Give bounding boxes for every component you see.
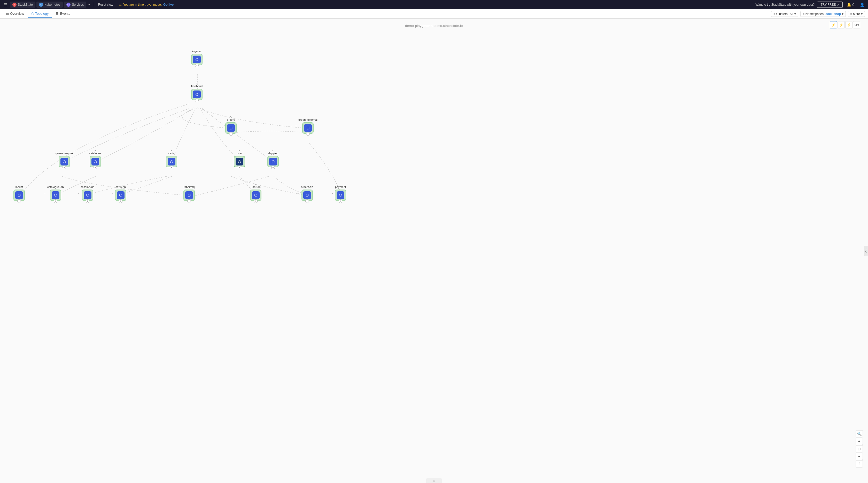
try-free-button[interactable]: TRY FREE ↗ [817, 2, 843, 8]
bell-button[interactable]: 🔔 0 [845, 2, 856, 8]
node-orders-db-chevron: › [299, 192, 299, 194]
node-session-db-expand[interactable]: + [86, 199, 89, 203]
clusters-filter[interactable]: ≡ Clusters: All ▾ [771, 11, 798, 17]
node-carts[interactable]: carts ↙ ⬡ + [166, 152, 177, 167]
tab-events[interactable]: ☰ Events [53, 10, 73, 18]
services-nav-item[interactable]: Sv Services [64, 2, 86, 8]
node-catalogue-db-expand[interactable]: + [54, 199, 57, 203]
user-avatar-button[interactable]: 👤 [859, 2, 866, 8]
node-payment-expand[interactable]: + [339, 199, 342, 203]
node-carts-icon: ⬡ [170, 160, 173, 164]
more-filter[interactable]: ≡ More ▾ [848, 11, 865, 17]
node-frontend-expand[interactable]: + [195, 98, 199, 102]
namespaces-filter[interactable]: ≡ Namespaces: sock-shop ▾ [800, 11, 846, 17]
zoom-fit-button[interactable]: ⊡ [856, 445, 863, 453]
topology-canvas-area: demo-playground.demo.stackstate.io ⚡ ⚡ ⚡… [0, 19, 868, 483]
stackstate-nav-item[interactable]: S StackState [10, 2, 35, 8]
node-orders-external-expand[interactable]: + [306, 132, 310, 136]
zoom-out-button[interactable]: − [856, 453, 863, 460]
node-orders-db-expand[interactable]: + [305, 199, 309, 203]
node-user-expand[interactable]: + [238, 166, 241, 169]
bottom-panel-handle[interactable]: ▲ [426, 478, 442, 483]
namespace-filter-icon: ≡ [803, 12, 804, 16]
go-live-link[interactable]: Go live [163, 3, 174, 6]
filter-active-button[interactable]: ⚡ [830, 21, 837, 28]
domain-label: demo-playground.demo.stackstate.io [405, 24, 463, 28]
topology-connections-svg [0, 19, 868, 483]
kubernetes-nav-item[interactable]: K Kubernetes [36, 2, 63, 8]
node-orders-db-label: orders-db [301, 186, 313, 189]
node-catalogue-icon: ⬡ [94, 160, 97, 164]
flash-button-1[interactable]: ⚡ [838, 21, 845, 28]
node-user-db-expand[interactable]: + [254, 199, 257, 203]
tab-overview[interactable]: ⊞ Overview [3, 10, 27, 18]
node-ingress[interactable]: ingress ⬡ + [191, 50, 203, 65]
filter-icon: ≡ [773, 12, 775, 16]
node-session-db-icon: ⬡ [86, 193, 89, 197]
flash-button-2[interactable]: ⚡ [845, 21, 852, 28]
search-zoom-button[interactable]: 🔍 [856, 430, 863, 437]
node-catalogue-db-label: catalogue-db [47, 186, 64, 189]
menu-button[interactable]: ☰ [2, 1, 9, 8]
node-shipping-label: shipping [268, 152, 278, 155]
node-carts-db-label: carts-db [116, 186, 126, 189]
node-locust[interactable]: locust ⬡ + [13, 186, 25, 201]
node-ingress-label: ingress [192, 50, 201, 53]
reset-view-button[interactable]: Reset view [95, 2, 116, 7]
node-orders-external[interactable]: orders-external › ⬡ + [299, 118, 317, 134]
node-rabbitmq-icon: ⬡ [188, 193, 191, 197]
apps-dropdown-button[interactable]: ▾ [87, 2, 91, 7]
more-filter-icon: ≡ [850, 12, 852, 16]
help-button[interactable]: ? [856, 460, 863, 467]
stackstate-label: StackState [18, 3, 33, 6]
tab-events-label: Events [60, 11, 70, 16]
try-data-prompt: Want to try StackState with your own dat… [755, 3, 814, 6]
filters-area: ≡ Clusters: All ▾ ≡ Namespaces: sock-sho… [771, 11, 865, 17]
node-queue-master-expand[interactable]: + [63, 166, 66, 169]
clusters-value: All [789, 12, 793, 16]
node-user[interactable]: user ↙ ⬡ + [234, 152, 245, 167]
node-shipping-expand[interactable]: + [271, 166, 275, 169]
node-carts-db[interactable]: carts-db › ⬡ + [115, 186, 126, 201]
node-orders[interactable]: orders ↘ ⬡ + [225, 118, 237, 134]
node-queue-master-label: queue-master [56, 152, 73, 155]
node-session-db[interactable]: session-db › ⬡ + [81, 186, 94, 201]
node-rabbitmq-expand[interactable]: + [187, 199, 191, 203]
node-locust-expand[interactable]: + [17, 199, 21, 203]
zoom-in-button[interactable]: + [856, 438, 863, 445]
node-user-db[interactable]: user-db ↙ ⬡ + [250, 186, 261, 201]
node-shipping[interactable]: shipping ↙ ⬡ + [268, 152, 279, 167]
warning-icon: ⚠ [119, 3, 122, 6]
node-catalogue-db[interactable]: catalogue-db › ⬡ + [47, 186, 64, 201]
node-orders-icon: ⬡ [229, 126, 232, 130]
node-orders-expand[interactable]: + [229, 132, 233, 136]
node-user-icon: ⬡ [238, 160, 241, 164]
collapse-sidebar-button[interactable]: ❮ [864, 246, 868, 256]
node-catalogue[interactable]: catalogue ▾ ⬡ + [89, 152, 101, 167]
node-shipping-icon: ⬡ [272, 160, 275, 164]
node-carts-label: carts [168, 152, 175, 155]
topbar-right: Want to try StackState with your own dat… [755, 2, 866, 8]
settings-dropdown-button[interactable]: ⚙▾ [853, 21, 860, 28]
node-catalogue-db-icon: ⬡ [54, 193, 57, 197]
node-rabbitmq[interactable]: rabbitmq › ⬡ + [183, 186, 195, 201]
node-frontend[interactable]: front-end ▾ ⬡ + [191, 85, 203, 100]
namespaces-value: sock-shop [826, 12, 841, 16]
node-carts-expand[interactable]: + [170, 166, 173, 169]
node-payment[interactable]: payment › ⬡ + [335, 186, 346, 201]
node-user-db-chevron: ↙ [255, 183, 257, 186]
tab-topology-label: Topology [35, 11, 49, 16]
tab-topology[interactable]: ⬡ Topology [28, 10, 52, 18]
node-carts-db-expand[interactable]: + [119, 199, 122, 203]
node-queue-master-icon: ⬡ [63, 160, 66, 164]
node-shipping-chevron: ↙ [272, 149, 274, 152]
kubernetes-label: Kubernetes [44, 3, 60, 6]
node-payment-icon: ⬡ [339, 193, 342, 197]
right-toolbar: ⚡ ⚡ ⚡ ⚙▾ [830, 21, 860, 28]
node-catalogue-expand[interactable]: + [94, 166, 97, 169]
clusters-chevron-icon: ▾ [795, 12, 796, 16]
node-orders-db[interactable]: orders-db › ⬡ + [301, 186, 313, 201]
node-ingress-expand[interactable]: + [195, 64, 199, 67]
more-chevron-icon: ▾ [861, 12, 863, 16]
node-queue-master[interactable]: queue-master ⬡ + [56, 152, 73, 167]
